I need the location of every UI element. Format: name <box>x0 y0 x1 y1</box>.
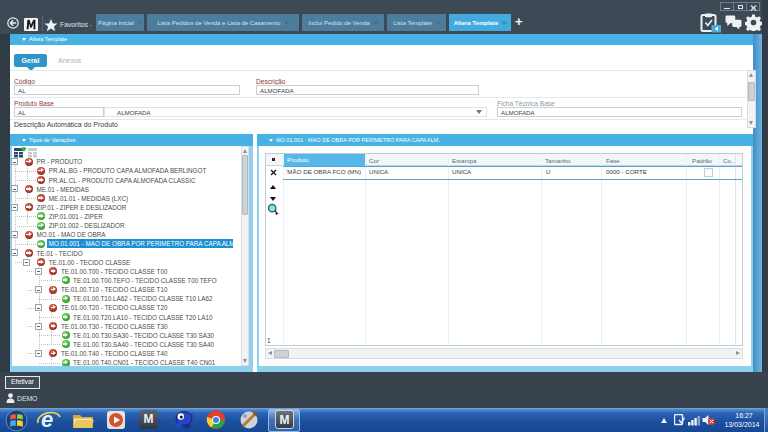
svg-text:e: e <box>41 408 53 432</box>
